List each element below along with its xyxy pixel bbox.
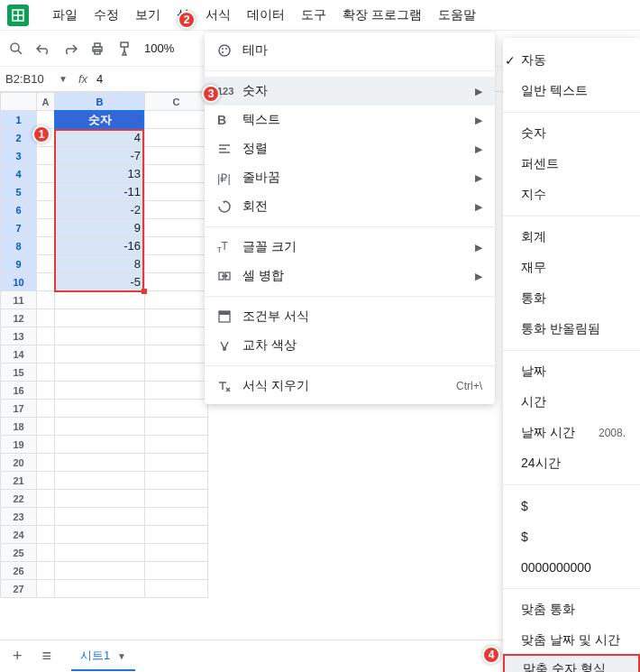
sheet-tab-1[interactable]: 시트1 ▼: [71, 642, 135, 671]
cell-B2[interactable]: 4: [55, 129, 145, 147]
row-head-3[interactable]: 3: [1, 147, 37, 165]
formula-input[interactable]: 4: [96, 72, 103, 86]
number-format-item-23[interactable]: 맞춤 숫자 형식: [503, 654, 640, 672]
cell-B12[interactable]: [55, 309, 145, 327]
number-format-item-15[interactable]: 24시간: [503, 448, 640, 479]
fill-handle[interactable]: [142, 289, 147, 294]
cell-C14[interactable]: [145, 345, 208, 364]
cell-B22[interactable]: [55, 490, 145, 508]
menu-1[interactable]: 수정: [87, 4, 126, 27]
cell-A9[interactable]: [37, 255, 55, 273]
cell-A25[interactable]: [37, 544, 55, 562]
cell-A16[interactable]: [37, 382, 55, 400]
cell-A26[interactable]: [37, 562, 55, 580]
row-head-9[interactable]: 9: [1, 255, 37, 273]
cell-A23[interactable]: [37, 508, 55, 526]
format-menu-item-8[interactable]: тT글꼴 크기▶: [205, 233, 495, 262]
format-menu-item-2[interactable]: 123숫자▶: [205, 77, 495, 106]
cell-B23[interactable]: [55, 508, 145, 526]
row-head-7[interactable]: 7: [1, 219, 37, 237]
row-head-8[interactable]: 8: [1, 237, 37, 255]
cell-A20[interactable]: [37, 454, 55, 472]
cell-B27[interactable]: [55, 580, 145, 598]
cell-C11[interactable]: [145, 291, 208, 309]
cell-B5[interactable]: -11: [55, 183, 145, 201]
cell-B14[interactable]: [55, 345, 145, 364]
cell-C5[interactable]: [145, 183, 208, 201]
cell-C23[interactable]: [145, 508, 208, 526]
cell-A24[interactable]: [37, 526, 55, 544]
row-head-11[interactable]: 11: [1, 291, 37, 309]
number-format-item-1[interactable]: 일반 텍스트: [503, 76, 640, 106]
row-head-22[interactable]: 22: [1, 490, 37, 508]
cell-C24[interactable]: [145, 526, 208, 544]
cell-B13[interactable]: [55, 327, 145, 345]
cell-A7[interactable]: [37, 219, 55, 237]
row-head-6[interactable]: 6: [1, 201, 37, 219]
row-head-26[interactable]: 26: [1, 562, 37, 580]
cell-A13[interactable]: [37, 327, 55, 345]
cell-C4[interactable]: [145, 165, 208, 183]
row-head-20[interactable]: 20: [1, 454, 37, 472]
cell-B4[interactable]: 13: [55, 165, 145, 183]
cell-A12[interactable]: [37, 309, 55, 327]
cell-C17[interactable]: [145, 400, 208, 418]
menu-4[interactable]: 서식: [198, 4, 238, 27]
cell-B10[interactable]: -5: [55, 273, 145, 291]
row-head-19[interactable]: 19: [1, 436, 37, 454]
row-head-5[interactable]: 5: [1, 183, 37, 201]
row-head-13[interactable]: 13: [1, 327, 37, 345]
cell-A5[interactable]: [37, 183, 55, 201]
cell-B16[interactable]: [55, 382, 145, 400]
format-menu-item-3[interactable]: B텍스트▶: [205, 106, 495, 134]
cell-A3[interactable]: [37, 147, 55, 165]
format-menu-item-5[interactable]: |₽|줄바꿈▶: [205, 163, 495, 192]
cell-C18[interactable]: [145, 418, 208, 436]
cell-C1[interactable]: [145, 111, 208, 129]
cell-B25[interactable]: [55, 544, 145, 562]
number-format-item-9[interactable]: 통화: [503, 283, 640, 314]
redo-icon[interactable]: [63, 41, 78, 56]
row-head-16[interactable]: 16: [1, 382, 37, 400]
select-all-corner[interactable]: [1, 93, 37, 111]
format-menu-item-14[interactable]: 서식 지우기Ctrl+\: [205, 372, 495, 400]
cell-A11[interactable]: [37, 291, 55, 309]
cell-B20[interactable]: [55, 454, 145, 472]
number-format-item-19[interactable]: 0000000000: [503, 552, 640, 583]
all-sheets-icon[interactable]: ≡: [42, 647, 52, 666]
cell-A18[interactable]: [37, 418, 55, 436]
format-menu-item-4[interactable]: 정렬▶: [205, 134, 495, 163]
cell-B6[interactable]: -2: [55, 201, 145, 219]
cell-B11[interactable]: [55, 291, 145, 309]
cell-C19[interactable]: [145, 436, 208, 454]
cell-C21[interactable]: [145, 472, 208, 490]
number-format-item-18[interactable]: $: [503, 521, 640, 552]
cell-B8[interactable]: -16: [55, 237, 145, 255]
name-box[interactable]: B2:B10: [5, 72, 55, 86]
cell-C25[interactable]: [145, 544, 208, 562]
number-format-item-12[interactable]: 날짜: [503, 356, 640, 387]
cell-A4[interactable]: [37, 165, 55, 183]
undo-icon[interactable]: [36, 41, 50, 56]
zoom-level[interactable]: 100%: [144, 41, 174, 55]
cell-A22[interactable]: [37, 490, 55, 508]
cell-C22[interactable]: [145, 490, 208, 508]
menu-0[interactable]: 파일: [45, 4, 85, 27]
row-head-12[interactable]: 12: [1, 309, 37, 327]
cell-B17[interactable]: [55, 400, 145, 418]
row-head-1[interactable]: 1: [1, 111, 37, 129]
cell-C26[interactable]: [145, 562, 208, 580]
cell-C15[interactable]: [145, 364, 208, 382]
cell-B3[interactable]: -7: [55, 147, 145, 165]
menu-2[interactable]: 보기: [128, 4, 168, 27]
cell-B7[interactable]: 9: [55, 219, 145, 237]
number-format-item-4[interactable]: 퍼센트: [503, 149, 640, 180]
cell-C27[interactable]: [145, 580, 208, 598]
cell-B18[interactable]: [55, 418, 145, 436]
format-menu-item-12[interactable]: 교차 색상: [205, 331, 495, 360]
menu-8[interactable]: 도움말: [431, 4, 483, 27]
row-head-17[interactable]: 17: [1, 400, 37, 418]
menu-5[interactable]: 데이터: [240, 4, 292, 27]
cell-B1[interactable]: 숫자: [55, 111, 145, 129]
cell-C3[interactable]: [145, 147, 208, 165]
